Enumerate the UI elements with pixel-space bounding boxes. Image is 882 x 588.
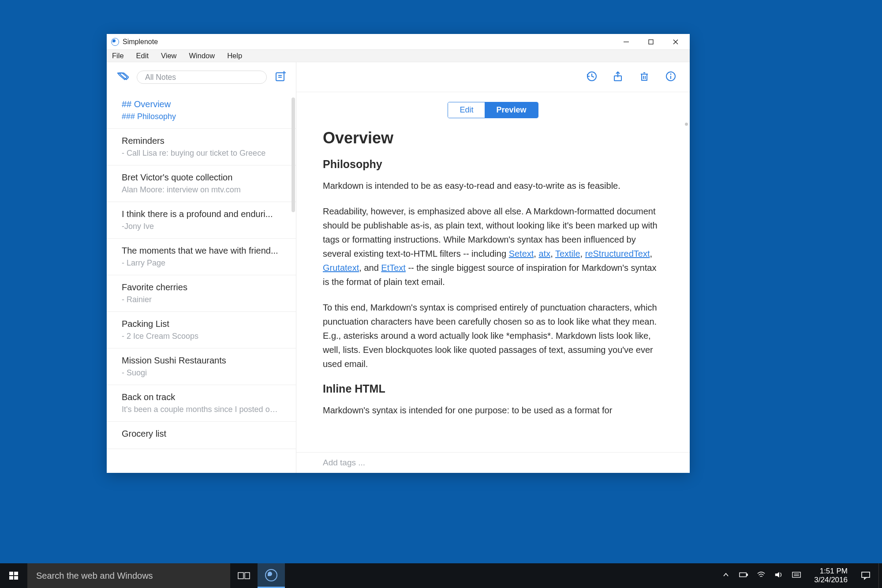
content-scrollbar[interactable] xyxy=(685,123,688,126)
note-preview[interactable]: Overview Philosophy Markdown is intended… xyxy=(296,123,690,452)
note-item[interactable]: Grocery list xyxy=(107,422,296,449)
svg-rect-22 xyxy=(9,576,13,580)
doc-h2-philosophy: Philosophy xyxy=(323,158,663,171)
menu-window[interactable]: Window xyxy=(187,51,217,61)
svg-rect-25 xyxy=(245,573,250,579)
link-rst[interactable]: reStructuredText xyxy=(585,249,650,258)
menu-edit[interactable]: Edit xyxy=(135,51,150,61)
tray-battery-icon[interactable] xyxy=(739,570,748,581)
note-item[interactable]: Back on trackIt's been a couple months s… xyxy=(107,385,296,422)
note-item[interactable]: Bret Victor's quote collectionAlan Moore… xyxy=(107,165,296,202)
note-item[interactable]: The moments that we have with friend...-… xyxy=(107,239,296,275)
svg-rect-24 xyxy=(238,573,243,579)
doc-p1: Markdown is intended to be as easy-to-re… xyxy=(323,179,663,193)
svg-rect-20 xyxy=(9,572,13,575)
note-item[interactable]: Reminders- Call Lisa re: buying our tick… xyxy=(107,129,296,165)
new-note-button[interactable] xyxy=(275,71,286,84)
main-pane: Edit Preview Overview Philosophy Markdow… xyxy=(296,62,690,473)
menu-view[interactable]: View xyxy=(159,51,178,61)
windows-logo-icon xyxy=(8,570,19,581)
doc-h2-inline-html: Inline HTML xyxy=(323,382,663,395)
doc-p4: Markdown's syntax is intended for one pu… xyxy=(323,403,663,417)
doc-p3: To this end, Markdown's syntax is compri… xyxy=(323,300,663,371)
note-subtitle: - Suogi xyxy=(122,368,281,378)
minimize-button[interactable] xyxy=(614,34,639,50)
link-atx[interactable]: atx xyxy=(538,249,550,258)
simplenote-icon xyxy=(265,569,277,581)
window-controls xyxy=(614,34,688,50)
tray-keyboard-icon[interactable] xyxy=(792,570,801,581)
sidebar: All Notes ## Overview### PhilosophyRemin… xyxy=(107,62,296,473)
task-view-icon xyxy=(238,571,250,580)
app-window: Simplenote File Edit View Window Help xyxy=(107,34,690,473)
maximize-button[interactable] xyxy=(639,34,663,50)
titlebar: Simplenote xyxy=(107,34,690,50)
sidebar-toolbar: All Notes xyxy=(107,62,296,92)
note-subtitle: Alan Moore: interview on mtv.com xyxy=(122,185,281,195)
task-view-button[interactable] xyxy=(230,563,258,588)
clock-time: 1:51 PM xyxy=(814,567,848,576)
svg-rect-12 xyxy=(642,74,647,80)
search-input[interactable]: All Notes xyxy=(137,71,267,84)
menu-help[interactable]: Help xyxy=(225,51,244,61)
start-button[interactable] xyxy=(0,563,27,588)
menubar: File Edit View Window Help xyxy=(107,50,690,62)
taskbar-clock[interactable]: 1:51 PM 3/24/2016 xyxy=(810,567,852,585)
note-title: Mission Sushi Restaurants xyxy=(122,356,281,366)
close-icon xyxy=(673,39,679,45)
note-title: Reminders xyxy=(122,136,281,146)
taskbar-search[interactable]: Search the web and Windows xyxy=(27,563,230,588)
svg-rect-27 xyxy=(747,574,748,576)
note-title: Bret Victor's quote collection xyxy=(122,172,281,183)
info-button[interactable] xyxy=(665,71,676,84)
window-title: Simplenote xyxy=(123,38,614,46)
show-desktop-button[interactable] xyxy=(878,563,882,588)
link-ettext[interactable]: EtText xyxy=(381,263,406,273)
action-center-icon xyxy=(861,571,871,580)
svg-rect-23 xyxy=(14,576,18,580)
note-item[interactable]: I think there is a profound and enduri..… xyxy=(107,202,296,239)
note-subtitle: ### Philosophy xyxy=(122,112,281,121)
tray-overflow-button[interactable] xyxy=(721,570,730,581)
note-title: The moments that we have with friend... xyxy=(122,246,281,256)
note-title: Back on track xyxy=(122,392,281,402)
taskbar: Search the web and Windows 1:51 PM 3/24/… xyxy=(0,563,882,588)
tray-volume-icon[interactable] xyxy=(774,570,783,581)
close-button[interactable] xyxy=(663,34,688,50)
note-subtitle: - Rainier xyxy=(122,295,281,304)
minimize-icon xyxy=(623,39,629,45)
note-toolbar xyxy=(296,62,690,92)
svg-rect-29 xyxy=(792,572,800,577)
link-textile[interactable]: Textile xyxy=(555,249,580,258)
mode-switch: Edit Preview xyxy=(296,92,690,123)
note-item[interactable]: Packing List- 2 Ice Cream Scoops xyxy=(107,312,296,348)
note-title: I think there is a profound and enduri..… xyxy=(122,209,281,219)
svg-rect-26 xyxy=(740,573,746,577)
edit-tab[interactable]: Edit xyxy=(448,102,485,118)
note-item[interactable]: Favorite cherries- Rainier xyxy=(107,275,296,312)
note-item[interactable]: ## Overview### Philosophy xyxy=(107,92,296,129)
action-center-button[interactable] xyxy=(861,563,871,588)
add-tags-input[interactable]: Add tags ... xyxy=(296,452,690,473)
link-grutatext[interactable]: Grutatext xyxy=(323,263,359,273)
share-button[interactable] xyxy=(612,71,624,84)
note-item[interactable]: Mission Sushi Restaurants- Suogi xyxy=(107,348,296,385)
tags-icon[interactable] xyxy=(116,71,129,83)
link-setext[interactable]: Setext xyxy=(509,249,534,258)
note-subtitle: - 2 Ice Cream Scoops xyxy=(122,332,281,341)
note-title: Grocery list xyxy=(122,429,281,439)
tray-wifi-icon[interactable] xyxy=(757,570,766,581)
preview-tab[interactable]: Preview xyxy=(485,102,538,118)
trash-button[interactable] xyxy=(639,71,650,84)
menu-file[interactable]: File xyxy=(110,51,126,61)
history-button[interactable] xyxy=(586,71,597,84)
note-title: Packing List xyxy=(122,319,281,329)
svg-rect-21 xyxy=(14,572,18,575)
note-subtitle: It's been a couple months since I posted… xyxy=(122,405,281,414)
add-tags-placeholder: Add tags ... xyxy=(323,458,365,467)
svg-marker-28 xyxy=(775,572,779,578)
sidebar-scrollbar[interactable] xyxy=(292,97,295,212)
note-subtitle: - Call Lisa re: buying our ticket to Gre… xyxy=(122,149,281,158)
taskbar-app-simplenote[interactable] xyxy=(258,563,285,588)
note-list[interactable]: ## Overview### PhilosophyReminders- Call… xyxy=(107,92,296,473)
